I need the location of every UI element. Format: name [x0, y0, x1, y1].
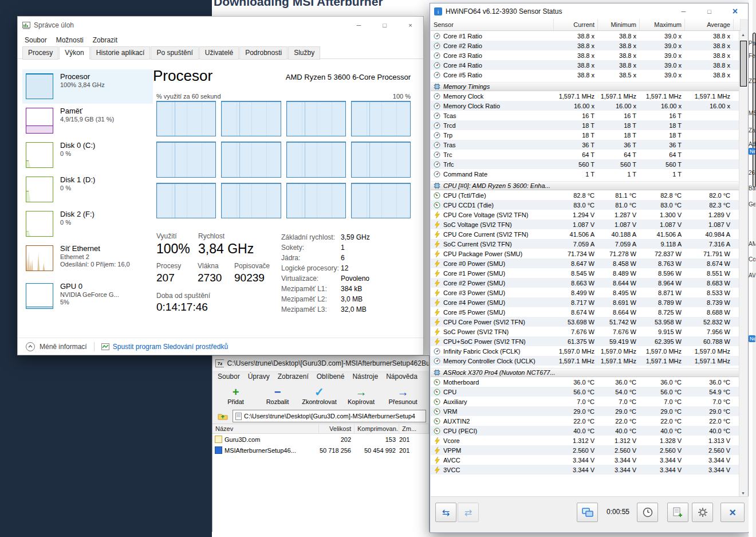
scroll-up-arrow[interactable]: ▲ — [739, 31, 747, 39]
tab-po-spu-t-n[interactable]: Po spuštění — [151, 46, 198, 60]
sensor-row[interactable]: CPU+SoC Power (SVI2 TFN)61.375 W59.419 W… — [431, 336, 741, 346]
sensor-row[interactable]: Core #1 Power (SMU)8.545 W8.489 W8.596 W… — [431, 268, 741, 278]
tab-podrobnosti[interactable]: Podrobnosti — [239, 46, 288, 60]
sensor-row[interactable]: AVCC3.344 V3.344 V3.344 V3.344 V — [431, 455, 741, 465]
sensor-row[interactable]: Core #5 Ratio38.8 x38.5 x39.0 x38.8 x — [431, 70, 741, 80]
sensor-row[interactable]: Memory Clock Ratio16.00 x16.00 x16.00 x1… — [431, 101, 741, 111]
sensor-row[interactable]: Infinity Fabric Clock (FCLK)1,597.0 MHz1… — [431, 346, 741, 356]
toolbar-button-rozbalit[interactable]: −Rozbalit — [257, 386, 298, 405]
minimize-button[interactable]: ─ — [346, 17, 372, 34]
sensor-row[interactable]: Trp18 T18 T18 T — [431, 130, 741, 140]
column-header-n-zev[interactable]: Název — [212, 424, 319, 433]
toolbar-button-p-idat[interactable]: +Přidat — [215, 386, 257, 405]
sensor-group-header[interactable]: ASRock X370 Pro4 (Nuvoton NCT677... — [431, 368, 741, 377]
column-header-maximum[interactable]: Maximum — [640, 19, 685, 30]
menu-item-n-stroje[interactable]: Nástroje — [348, 371, 382, 382]
sensor-row[interactable]: SoC Current (SVI2 TFN)7.059 A7.059 A9.11… — [431, 239, 741, 249]
task-manager-titlebar[interactable]: Správce úloh ─ □ × — [18, 17, 423, 34]
column-header-minimum[interactable]: Minimum — [598, 19, 640, 30]
settings-button[interactable] — [692, 503, 713, 522]
tab-historie-aplikac[interactable]: Historie aplikací — [90, 46, 151, 60]
close-sensors-button[interactable]: × — [720, 503, 745, 522]
sensor-row[interactable]: Core #0 Power (SMU)8.647 W8.458 W8.763 W… — [431, 258, 741, 268]
sensor-row[interactable]: Trc64 T64 T64 T — [431, 150, 741, 159]
tab-v-kon[interactable]: Výkon — [59, 46, 89, 60]
sensor-row[interactable]: CPU Package Power (SMU)71.734 W71.278 W7… — [431, 249, 741, 258]
scrollbar-thumb[interactable] — [740, 41, 747, 87]
sensor-row[interactable]: Core #2 Ratio38.8 x38.8 x39.0 x38.8 x — [431, 41, 741, 50]
resource-monitor-link[interactable]: Spustit program Sledování prostředků — [113, 343, 228, 351]
maximize-button[interactable]: □ — [696, 3, 722, 19]
sensor-row[interactable]: Core #4 Power (SMU)8.717 W8.691 W8.789 W… — [431, 297, 741, 307]
sensor-row[interactable]: CPU (PECI)40.0 °C40.0 °C40.0 °C40.0 °C — [431, 426, 741, 436]
sensor-row[interactable]: Core #3 Ratio38.8 x38.8 x39.0 x38.8 x — [431, 50, 741, 60]
column-header-zm[interactable]: Zm... — [399, 424, 429, 433]
sidebar-item-disk2[interactable]: Disk 2 (F:)0 % — [22, 207, 153, 241]
column-header-velikost[interactable]: Velikost — [319, 424, 355, 433]
sensor-row[interactable]: 3VCC3.344 V3.344 V3.344 V3.344 V — [431, 465, 741, 475]
close-button[interactable]: × — [722, 3, 748, 19]
toolbar-button-p-esunout[interactable]: →Přesunout — [382, 386, 424, 405]
file-row[interactable]: Guru3D.com202153201 — [212, 434, 429, 445]
sensor-row[interactable]: VPPM2.560 V2.560 V2.560 V2.560 V — [431, 445, 741, 455]
sensor-row[interactable]: Core #2 Power (SMU)8.663 W8.644 W8.964 W… — [431, 278, 741, 288]
sensor-row[interactable]: Tras36 T36 T36 T — [431, 140, 741, 150]
sensor-row[interactable]: CPU Core Power (SVI2 TFN)53.698 W51.742 … — [431, 317, 741, 327]
minimize-button[interactable]: ─ — [671, 3, 696, 19]
sensor-row[interactable]: Core #1 Ratio38.8 x38.8 x39.0 x38.8 x — [431, 31, 741, 41]
sidebar-item-disk0[interactable]: Disk 0 (C:)0 % — [22, 138, 153, 173]
hwinfo-scrollbar[interactable]: ▲ ▼ — [739, 31, 747, 497]
folder-up-button[interactable] — [215, 410, 230, 422]
column-header-average[interactable]: Average — [685, 19, 734, 30]
sidebar-item-disk1[interactable]: Disk 1 (D:)0 % — [22, 173, 153, 207]
sensor-row[interactable]: CPU (Tctl/Tdie)82.8 °C81.1 °C82.8 °C82.0… — [431, 190, 741, 200]
sidebar-item-cpu[interactable]: Procesor100% 3,84 GHz — [22, 69, 153, 104]
sevenzip-titlebar[interactable]: 7z C:\Users\trune\Desktop\[Guru3D.com]-M… — [212, 356, 429, 371]
sensors-button[interactable] — [577, 503, 598, 522]
menu-item-zobrazit[interactable]: Zobrazit — [88, 35, 122, 45]
sensor-row[interactable]: Motherboard36.0 °C36.0 °C36.0 °C36.0 °C — [431, 377, 741, 387]
sensor-row[interactable]: CPU Core Voltage (SVI2 TFN)1.294 V1.287 … — [431, 210, 741, 219]
sidebar-item-gpu[interactable]: GPU 0NVIDIA GeForce G...5% — [22, 279, 153, 317]
sensor-row[interactable]: Vcore1.312 V1.312 V1.328 V1.313 V — [431, 436, 741, 445]
column-header-sensor[interactable]: Sensor — [431, 19, 554, 30]
address-input[interactable]: C:\Users\trune\Desktop\[Guru3D.com]-MSIA… — [233, 410, 426, 422]
hwinfo-titlebar[interactable]: i HWiNFO64 v6.12-3930 Sensor Status ─ □ … — [430, 3, 748, 19]
toolbar-button-zkontrolovat[interactable]: ✓Zkontrolovat — [298, 386, 340, 405]
tab-slu-by[interactable]: Služby — [288, 46, 320, 60]
menu-item-soubor[interactable]: Soubor — [214, 371, 244, 382]
nav-disabled-button[interactable]: ⇄ — [458, 503, 479, 522]
file-row[interactable]: MSIAfterburnerSetup46...50 718 25650 454… — [212, 445, 429, 456]
tab-procesy[interactable]: Procesy — [22, 46, 58, 60]
sensor-row[interactable]: Memory Clock1,597.1 MHz1,597.1 MHz1,597.… — [431, 91, 741, 101]
sensor-row[interactable]: CPU CCD1 (Tdie)83.0 °C81.0 °C83.0 °C82.3… — [431, 200, 741, 210]
sensor-row[interactable]: Auxiliary7.0 °C7.0 °C7.0 °C7.0 °C — [431, 397, 741, 406]
sensor-row[interactable]: Tcas16 T16 T16 T — [431, 111, 741, 120]
maximize-button[interactable]: □ — [372, 17, 397, 34]
sensor-row[interactable]: AUXTIN222.0 °C22.0 °C22.0 °C22.0 °C — [431, 416, 741, 426]
sensor-row[interactable]: Core #3 Power (SMU)8.499 W8.495 W8.871 W… — [431, 288, 741, 297]
less-info-button[interactable]: Méně informací — [40, 343, 87, 351]
sensor-row[interactable]: CPU56.0 °C54.0 °C56.0 °C54.9 °C — [431, 387, 741, 397]
toolbar-button-kop-rovat[interactable]: →Kopírovat — [340, 386, 382, 405]
column-header-komprimovan[interactable]: Komprimovan... — [355, 424, 399, 433]
menu-item-soubor[interactable]: Soubor — [20, 35, 52, 45]
menu-item-zobrazen[interactable]: Zobrazení — [274, 371, 313, 382]
clock-button[interactable] — [637, 503, 658, 522]
sidebar-item-memory[interactable]: Paměť4,9/15,9 GB (31 %) — [22, 104, 153, 138]
sensor-row[interactable]: CPU Core Current (SVI2 TFN)41.506 A40.18… — [431, 229, 741, 239]
sensor-row[interactable]: Trcd18 T18 T18 T — [431, 120, 741, 130]
report-button[interactable] — [667, 503, 688, 522]
menu-item-n-pov-da[interactable]: Nápověda — [382, 371, 422, 382]
sensor-row[interactable]: Trfc560 T560 T560 T — [431, 159, 741, 169]
sensor-row[interactable]: SoC Power (SVI2 TFN)7.676 W7.676 W9.915 … — [431, 327, 741, 336]
sensor-row[interactable]: SoC Voltage (SVI2 TFN)1.087 V1.087 V1.08… — [431, 219, 741, 229]
sensor-row[interactable]: Command Rate1 T1 T1 T — [431, 169, 741, 179]
sensor-row[interactable]: Core #4 Ratio38.8 x38.8 x39.0 x38.8 x — [431, 60, 741, 70]
sensor-group-header[interactable]: Memory Timings — [431, 82, 741, 91]
sidebar-item-ethernet[interactable]: Síť EthernetEthernet 2Odesílání: 0 Příje… — [22, 241, 153, 279]
menu-item-obl-ben[interactable]: Oblíbené — [313, 371, 349, 382]
sensor-group-header[interactable]: CPU [#0]: AMD Ryzen 5 3600: Enha... — [431, 181, 741, 190]
nav-back-forward-button[interactable]: ⇆ — [435, 503, 456, 522]
sensor-row[interactable]: Core #5 Power (SMU)8.674 W8.664 W8.725 W… — [431, 307, 741, 317]
